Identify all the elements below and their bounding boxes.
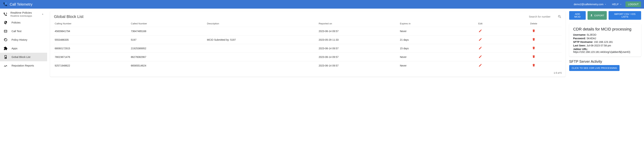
cdr-lastseen-label: Last Seen:	[573, 44, 586, 47]
cell-desc	[206, 44, 318, 53]
col-delete: Delete	[506, 21, 562, 27]
sidebar-section-realtime[interactable]: Realtime Policies Realtime events/apps	[0, 10, 47, 18]
help-menu[interactable]: HELP	[610, 2, 624, 7]
pagination-label: 1-5 of 5	[54, 70, 562, 74]
user-menu[interactable]: demo2@calltelemetry.com	[572, 2, 608, 7]
cell-called: 86276082967	[130, 53, 206, 61]
app-header: Call Telemetry demo2@calltelemetry.com H…	[0, 0, 644, 9]
sidebar-item-calltest[interactable]: Call Test	[0, 27, 47, 35]
cell-reported: 2023-06-14 09:57	[318, 61, 399, 70]
delete-icon[interactable]	[532, 38, 536, 41]
cell-reported: 2023-05-29 11:33	[318, 35, 399, 44]
sftp-title: SFTP Server Activity	[569, 60, 641, 64]
table-row: 45839841794736474851682023-06-14 09:57Ne…	[54, 27, 562, 35]
logout-button[interactable]: LOGOUT	[626, 1, 641, 7]
export-label: EXPORT	[594, 14, 604, 17]
export-button[interactable]: EXPORT	[588, 11, 607, 20]
cdr-lastseen: Jul-06-2023 07:58 pm	[586, 44, 611, 47]
sidebar-item-label: Gobal Block List	[12, 56, 30, 59]
block-icon	[4, 55, 8, 59]
calltest-icon	[4, 29, 8, 33]
cdr-username-label: Username:	[573, 33, 586, 36]
delete-icon[interactable]	[532, 29, 536, 33]
delete-icon[interactable]	[532, 46, 536, 50]
delete-icon[interactable]	[532, 55, 536, 59]
cdr-jabber-label: Jabber URL:	[573, 48, 588, 51]
cdr-password: SK4DAJ	[586, 37, 596, 40]
help-label: HELP	[612, 3, 619, 6]
cell-expires: 15 days	[399, 44, 455, 53]
table-row: 68060172915219253899522023-06-14 09:5715…	[54, 44, 562, 53]
import-button[interactable]: IMPORT CSV / IOS LISTS	[608, 11, 641, 20]
phone-logo-icon	[3, 2, 8, 7]
cdr-host: 192.168.123.181	[594, 41, 613, 43]
sftp-section: SFTP Server Activity CLICK TO SEE CDR LI…	[569, 59, 641, 71]
report-icon	[4, 64, 8, 68]
app-title: Call Telemetry	[10, 2, 32, 6]
cell-desc	[206, 53, 318, 61]
svg-point-0	[5, 31, 6, 32]
edit-icon[interactable]	[478, 64, 482, 67]
delete-icon[interactable]	[532, 64, 536, 67]
phone-ring-icon	[3, 12, 7, 16]
apps-icon	[4, 46, 8, 50]
policies-icon	[4, 21, 8, 25]
history-icon	[4, 38, 8, 42]
search-icon[interactable]	[558, 15, 562, 19]
table-row: 92571948622665655146242023-06-14 09:57Ne…	[54, 61, 562, 70]
cell-expires: Never	[399, 27, 455, 35]
chevron-down-icon	[620, 3, 622, 5]
col-desc: Description	[206, 21, 318, 27]
cdr-password-label: Password:	[573, 37, 586, 40]
edit-icon[interactable]	[478, 29, 482, 33]
chevron-down-icon	[604, 3, 606, 5]
sidebar-item-label: Reputation Reports	[12, 64, 34, 67]
sftp-live-button[interactable]: CLICK TO SEE CDR LIVE PROCESSING	[569, 65, 620, 71]
download-icon	[590, 14, 593, 17]
cell-desc	[206, 61, 318, 70]
sidebar-item-label: Apps	[12, 47, 18, 50]
sidebar-item-block[interactable]: Gobal Block List	[0, 53, 47, 61]
cell-calling: 92571948622	[54, 61, 130, 70]
col-reported: Reported on	[318, 21, 399, 27]
sidebar-item-policies[interactable]: Policies	[0, 18, 47, 27]
sidebar-item-report[interactable]: Reputation Reports	[0, 61, 47, 70]
search-input[interactable]	[529, 15, 558, 18]
cell-called: 5197	[130, 35, 206, 44]
edit-icon[interactable]	[478, 55, 482, 59]
sidebar: Realtime Policies Realtime events/apps P…	[0, 9, 47, 78]
block-list-card: Global Block List Calling Number Called …	[50, 11, 566, 77]
cell-reported: 2023-06-14 09:57	[318, 53, 399, 61]
chevron-up-icon	[41, 12, 44, 16]
cell-called: 21925389952	[130, 44, 206, 53]
sidebar-item-label: Call Test	[12, 30, 22, 33]
table-row: 55534863355197MCID Submitted by: 5197202…	[54, 35, 562, 44]
col-called: Called Number	[130, 21, 206, 27]
cell-expires: Never	[399, 53, 455, 61]
cell-called: 66565514624	[130, 61, 206, 70]
cdr-details-card: CDR details for MCID processing Username…	[569, 24, 641, 57]
add-mcid-button[interactable]: ADD MCID	[569, 11, 586, 20]
cdr-jabber: https://192.168.123.181:443/org/1/jabber…	[573, 51, 630, 53]
cell-reported: 2023-06-14 09:57	[318, 44, 399, 53]
sidebar-item-label: Policies	[12, 21, 20, 24]
col-calling: Calling Number	[54, 21, 130, 27]
block-list-table: Calling Number Called Number Description…	[54, 21, 562, 70]
cdr-username: 5L2EDD	[587, 33, 596, 36]
table-title: Global Block List	[54, 14, 84, 19]
edit-icon[interactable]	[478, 46, 482, 50]
cdr-title: CDR details for MCID processing	[573, 27, 637, 32]
cell-calling: 68060172915	[54, 44, 130, 53]
edit-icon[interactable]	[478, 38, 482, 41]
user-email: demo2@calltelemetry.com	[574, 3, 603, 6]
sidebar-section-sub: Realtime events/apps	[10, 15, 38, 17]
col-edit: Edit	[455, 21, 506, 27]
cdr-host-label: SFTP Hostname:	[573, 41, 593, 43]
cell-called: 73647485168	[130, 27, 206, 35]
cell-expires: 21 days	[399, 35, 455, 44]
cell-calling: 5553486335	[54, 35, 130, 44]
col-expires: Expires in	[399, 21, 455, 27]
table-row: 78023871476862760829672023-06-14 09:57Ne…	[54, 53, 562, 61]
sidebar-item-apps[interactable]: Apps	[0, 44, 47, 53]
sidebar-item-history[interactable]: Policy History	[0, 35, 47, 44]
